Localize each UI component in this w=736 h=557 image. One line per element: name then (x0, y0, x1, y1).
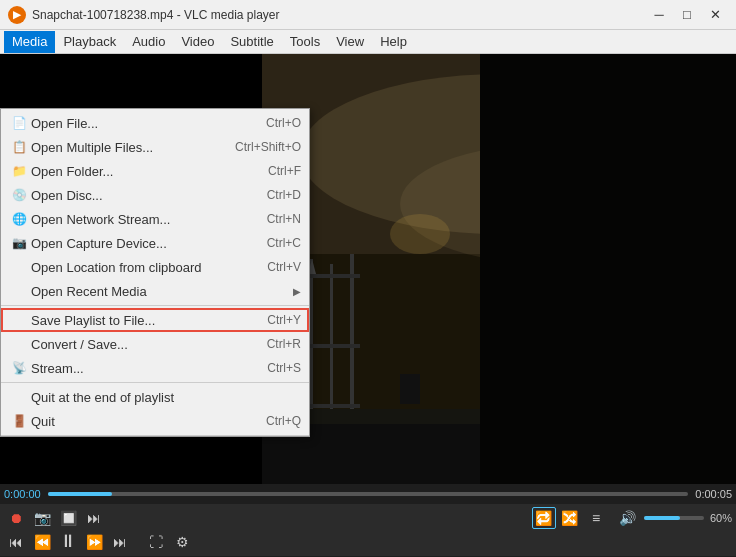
controls-area: ⏺ 📷 🔲 ⏭ 🔁 🔀 ≡ 🔊 60% ⏮ ⏪ ⏸ ⏩ ⏭ ⛶ ⚙ (0, 504, 736, 556)
volume-slider[interactable] (644, 516, 704, 520)
open-recent-label: Open Recent Media (29, 284, 293, 299)
video-area: 📄 Open File... Ctrl+O 📋 Open Multiple Fi… (0, 54, 736, 484)
menu-open-network[interactable]: 🌐 Open Network Stream... Ctrl+N (1, 207, 309, 231)
title-bar: ▶ Snapchat-100718238.mp4 - VLC media pla… (0, 0, 736, 30)
convert-save-shortcut: Ctrl+R (267, 337, 301, 351)
seek-bar-area: 0:00:00 0:00:05 (0, 484, 736, 504)
open-recent-arrow: ▶ (293, 286, 301, 297)
open-file-icon: 📄 (9, 116, 29, 130)
open-capture-shortcut: Ctrl+C (267, 236, 301, 250)
close-button[interactable]: ✕ (702, 5, 728, 25)
stream-shortcut: Ctrl+S (267, 361, 301, 375)
svg-rect-24 (480, 54, 736, 484)
fullscreen-button[interactable]: ⛶ (144, 531, 168, 553)
open-network-label: Open Network Stream... (29, 212, 251, 227)
record-button[interactable]: ⏺ (4, 507, 28, 529)
menu-section-open: 📄 Open File... Ctrl+O 📋 Open Multiple Fi… (1, 109, 309, 306)
title-bar-left: ▶ Snapchat-100718238.mp4 - VLC media pla… (8, 6, 280, 24)
menu-item-view[interactable]: View (328, 31, 372, 53)
menu-item-media[interactable]: Media (4, 31, 55, 53)
open-network-icon: 🌐 (9, 212, 29, 226)
title-bar-controls: ─ □ ✕ (646, 5, 728, 25)
menu-open-disc[interactable]: 💿 Open Disc... Ctrl+D (1, 183, 309, 207)
menu-open-capture[interactable]: 📷 Open Capture Device... Ctrl+C (1, 231, 309, 255)
open-capture-icon: 📷 (9, 236, 29, 250)
open-file-label: Open File... (29, 116, 250, 131)
vlc-icon: ▶ (8, 6, 26, 24)
next-button[interactable]: ⏭ (108, 531, 132, 553)
convert-save-label: Convert / Save... (29, 337, 251, 352)
menu-quit-end-playlist[interactable]: Quit at the end of playlist (1, 385, 309, 409)
svg-point-25 (390, 214, 450, 254)
seek-track[interactable] (48, 492, 688, 496)
play-pause-button[interactable]: ⏸ (56, 531, 80, 553)
menu-item-help[interactable]: Help (372, 31, 415, 53)
time-total: 0:00:05 (692, 488, 732, 500)
open-network-shortcut: Ctrl+N (267, 212, 301, 226)
menu-item-subtitle[interactable]: Subtitle (222, 31, 281, 53)
svg-rect-13 (330, 264, 333, 414)
menu-stream[interactable]: 📡 Stream... Ctrl+S (1, 356, 309, 380)
open-multiple-label: Open Multiple Files... (29, 140, 219, 155)
volume-fill (644, 516, 680, 520)
open-disc-icon: 💿 (9, 188, 29, 202)
mute-button[interactable]: 🔊 (616, 507, 640, 529)
media-dropdown: 📄 Open File... Ctrl+O 📋 Open Multiple Fi… (0, 108, 310, 437)
menu-open-folder[interactable]: 📁 Open Folder... Ctrl+F (1, 159, 309, 183)
ab-repeat-button[interactable]: ⏭ (82, 507, 106, 529)
extended-settings-button[interactable]: ⚙ (170, 531, 194, 553)
open-disc-shortcut: Ctrl+D (267, 188, 301, 202)
menu-quit[interactable]: 🚪 Quit Ctrl+Q (1, 409, 309, 433)
controls-row2: ⏮ ⏪ ⏸ ⏩ ⏭ ⛶ ⚙ (4, 529, 732, 554)
open-multiple-shortcut: Ctrl+Shift+O (235, 140, 301, 154)
menu-open-location[interactable]: Open Location from clipboard Ctrl+V (1, 255, 309, 279)
shuffle-button[interactable]: 🔀 (558, 507, 582, 529)
menu-open-recent[interactable]: Open Recent Media ▶ (1, 279, 309, 303)
rewind-button[interactable]: ⏪ (30, 531, 54, 553)
svg-rect-12 (310, 259, 313, 414)
open-location-label: Open Location from clipboard (29, 260, 251, 275)
save-playlist-shortcut: Ctrl+Y (267, 313, 301, 327)
menu-open-file[interactable]: 📄 Open File... Ctrl+O (1, 111, 309, 135)
menu-item-video[interactable]: Video (173, 31, 222, 53)
open-folder-icon: 📁 (9, 164, 29, 178)
menu-convert-save[interactable]: Convert / Save... Ctrl+R (1, 332, 309, 356)
fast-forward-button[interactable]: ⏩ (82, 531, 106, 553)
minimize-button[interactable]: ─ (646, 5, 672, 25)
save-playlist-label: Save Playlist to File... (29, 313, 251, 328)
menu-section-quit: Quit at the end of playlist 🚪 Quit Ctrl+… (1, 383, 309, 436)
controls-row1: ⏺ 📷 🔲 ⏭ 🔁 🔀 ≡ 🔊 60% (4, 506, 732, 529)
quit-end-playlist-label: Quit at the end of playlist (29, 390, 285, 405)
playlist-button[interactable]: ≡ (584, 507, 608, 529)
time-elapsed: 0:00:00 (4, 488, 44, 500)
open-folder-label: Open Folder... (29, 164, 252, 179)
open-file-shortcut: Ctrl+O (266, 116, 301, 130)
menu-item-tools[interactable]: Tools (282, 31, 328, 53)
quit-label: Quit (29, 414, 250, 429)
menu-bar: Media Playback Audio Video Subtitle Tool… (0, 30, 736, 54)
seek-fill (48, 492, 112, 496)
svg-rect-26 (400, 374, 420, 404)
quit-shortcut: Ctrl+Q (266, 414, 301, 428)
volume-label: 60% (710, 512, 732, 524)
stream-icon: 📡 (9, 361, 29, 375)
menu-item-playback[interactable]: Playback (55, 31, 124, 53)
menu-item-audio[interactable]: Audio (124, 31, 173, 53)
open-disc-label: Open Disc... (29, 188, 251, 203)
open-capture-label: Open Capture Device... (29, 236, 251, 251)
menu-save-playlist[interactable]: Save Playlist to File... Ctrl+Y (1, 308, 309, 332)
window-title: Snapchat-100718238.mp4 - VLC media playe… (32, 8, 280, 22)
frame-by-frame-button[interactable]: 🔲 (56, 507, 80, 529)
snapshot-button[interactable]: 📷 (30, 507, 54, 529)
loop-button[interactable]: 🔁 (532, 507, 556, 529)
maximize-button[interactable]: □ (674, 5, 700, 25)
dropdown-menu-content: 📄 Open File... Ctrl+O 📋 Open Multiple Fi… (0, 108, 310, 437)
open-multiple-icon: 📋 (9, 140, 29, 154)
stream-label: Stream... (29, 361, 251, 376)
menu-open-multiple[interactable]: 📋 Open Multiple Files... Ctrl+Shift+O (1, 135, 309, 159)
menu-section-playlist: Save Playlist to File... Ctrl+Y Convert … (1, 306, 309, 383)
open-location-shortcut: Ctrl+V (267, 260, 301, 274)
open-folder-shortcut: Ctrl+F (268, 164, 301, 178)
previous-button[interactable]: ⏮ (4, 531, 28, 553)
quit-icon: 🚪 (9, 414, 29, 428)
